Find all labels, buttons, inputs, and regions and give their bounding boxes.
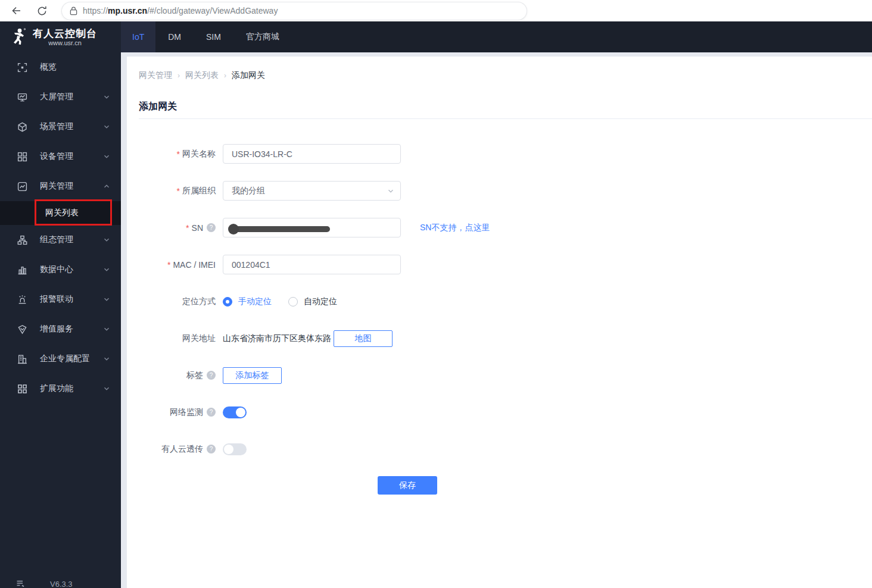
collapse-menu-icon[interactable] [16, 580, 26, 588]
sn-help-icon[interactable]: ? [207, 223, 216, 232]
mac-imei-input[interactable] [223, 255, 401, 274]
device-icon [17, 152, 27, 162]
refresh-icon[interactable] [35, 4, 49, 18]
organization-selected-value: 我的分组 [232, 186, 265, 196]
tags-label: 标签 [186, 370, 203, 381]
network-monitor-row: 网络监测? [139, 402, 872, 422]
lock-icon[interactable] [70, 7, 77, 15]
tab-iot[interactable]: IoT [121, 21, 155, 52]
usr-person-icon [10, 27, 27, 46]
tab-sim[interactable]: SIM [194, 21, 233, 52]
chevron-down-icon [103, 153, 110, 160]
location-mode-row: 定位方式 手动定位 自动定位 [139, 292, 872, 311]
sidebar: 有人云控制台 www.usr.cn 概览 [0, 21, 121, 588]
auto-locate-radio[interactable] [288, 297, 298, 306]
sidebar-item-device-mgmt[interactable]: 设备管理 [0, 142, 121, 171]
brand-logo[interactable]: 有人云控制台 www.usr.cn [0, 21, 121, 52]
mac-imei-label: MAC / IMEI [173, 260, 216, 270]
add-tag-button[interactable]: 添加标签 [223, 367, 282, 384]
sidebar-item-scada-mgmt[interactable]: 组态管理 [0, 225, 121, 255]
tab-official-store[interactable]: 官方商城 [233, 21, 292, 52]
gateway-name-label: 网关名称 [182, 149, 216, 159]
breadcrumb-separator: › [224, 71, 226, 80]
address-bar[interactable]: https://mp.usr.cn/#/cloud/gateway/ViewAd… [62, 2, 527, 20]
version-label: V6.3.3 [50, 580, 73, 588]
chevron-down-icon [103, 93, 110, 101]
sidebar-menu: 概览 大屏管理 [0, 52, 121, 404]
value-service-icon [17, 324, 27, 334]
sn-redaction-scribble [230, 226, 330, 232]
cloud-passthrough-toggle[interactable] [223, 443, 247, 455]
sidebar-item-extensions[interactable]: 扩展功能 [0, 374, 121, 404]
sidebar-item-value-services[interactable]: 增值服务 [0, 314, 121, 344]
scene-icon [17, 122, 27, 132]
required-asterisk: * [177, 186, 180, 196]
chevron-down-icon [103, 236, 110, 243]
brand-subtitle: www.usr.cn [33, 39, 97, 46]
title-divider [139, 118, 872, 119]
sn-not-supported-link[interactable]: SN不支持，点这里 [420, 223, 490, 233]
sn-row: *SN? SN不支持，点这里 [139, 218, 872, 237]
sidebar-item-gateway-mgmt[interactable]: 网关管理 [0, 171, 121, 201]
breadcrumb-current: 添加网关 [232, 70, 265, 81]
network-monitor-label: 网络监测 [170, 407, 203, 418]
breadcrumb-gateway-mgmt[interactable]: 网关管理 [139, 70, 172, 81]
gateway-name-input[interactable] [223, 144, 401, 164]
sidebar-item-alarm-linkage[interactable]: 报警联动 [0, 284, 121, 314]
cloud-passthrough-help-icon[interactable]: ? [207, 445, 216, 453]
mac-imei-row: *MAC / IMEI [139, 255, 872, 274]
location-mode-label: 定位方式 [182, 296, 216, 307]
chevron-down-icon [103, 123, 110, 130]
sidebar-footer: V6.3.3 [0, 575, 121, 588]
chevron-down-icon [103, 385, 110, 392]
tab-dm[interactable]: DM [155, 21, 194, 52]
sidebar-item-gateway-list[interactable]: 网关列表 [0, 201, 121, 225]
manual-locate-option[interactable]: 手动定位 [238, 296, 272, 307]
auto-locate-option[interactable]: 自动定位 [304, 296, 337, 307]
organization-label: 所属组织 [182, 186, 216, 196]
save-button[interactable]: 保存 [378, 476, 437, 495]
chevron-down-icon [387, 187, 394, 195]
brand-title: 有人云控制台 [33, 28, 97, 39]
tags-help-icon[interactable]: ? [207, 371, 216, 380]
chevron-down-icon [103, 266, 110, 273]
data-center-icon [17, 265, 27, 275]
gateway-address-value: 山东省济南市历下区奥体东路 [223, 333, 331, 344]
network-monitor-toggle[interactable] [223, 406, 247, 418]
chevron-down-icon [103, 296, 110, 303]
required-asterisk: * [186, 223, 189, 233]
sn-label: SN [192, 223, 203, 233]
manual-locate-radio[interactable] [223, 297, 232, 306]
chevron-down-icon [103, 326, 110, 333]
content-area: 网关管理 › 网关列表 › 添加网关 添加网关 *网关名称 [121, 52, 872, 588]
sidebar-item-screen-mgmt[interactable]: 大屏管理 [0, 82, 121, 112]
sidebar-item-enterprise-config[interactable]: 企业专属配置 [0, 344, 121, 374]
chevron-up-icon [103, 183, 110, 190]
back-icon[interactable] [10, 4, 24, 18]
browser-toolbar: https://mp.usr.cn/#/cloud/gateway/ViewAd… [0, 0, 872, 21]
page-title: 添加网关 [139, 101, 872, 113]
tags-row: 标签? 添加标签 [139, 365, 872, 385]
overview-icon [17, 62, 27, 73]
breadcrumb-gateway-list[interactable]: 网关列表 [185, 70, 219, 81]
breadcrumb: 网关管理 › 网关列表 › 添加网关 [139, 70, 872, 81]
gateway-address-row: 网关地址 山东省济南市历下区奥体东路 地图 [139, 329, 872, 348]
screen-icon [17, 92, 27, 102]
cloud-passthrough-row: 有人云透传? [139, 439, 872, 459]
extension-icon [17, 384, 27, 394]
network-monitor-help-icon[interactable]: ? [207, 408, 216, 417]
sidebar-item-overview[interactable]: 概览 [0, 52, 121, 82]
scada-icon [17, 235, 27, 245]
organization-row: *所属组织 我的分组 [139, 181, 872, 201]
gateway-icon [17, 182, 27, 192]
url-text: https://mp.usr.cn/#/cloud/gateway/ViewAd… [83, 6, 278, 15]
cloud-passthrough-label: 有人云透传 [161, 444, 203, 455]
enterprise-icon [17, 354, 27, 364]
gateway-address-label: 网关地址 [182, 333, 216, 344]
top-navigation: IoT DM SIM 官方商城 [121, 21, 872, 52]
organization-select[interactable]: 我的分组 [223, 181, 401, 201]
sidebar-item-data-center[interactable]: 数据中心 [0, 255, 121, 284]
map-button[interactable]: 地图 [334, 330, 393, 347]
sidebar-item-scene-mgmt[interactable]: 场景管理 [0, 112, 121, 142]
add-gateway-form: *网关名称 *所属组织 我的分组 [139, 144, 872, 495]
